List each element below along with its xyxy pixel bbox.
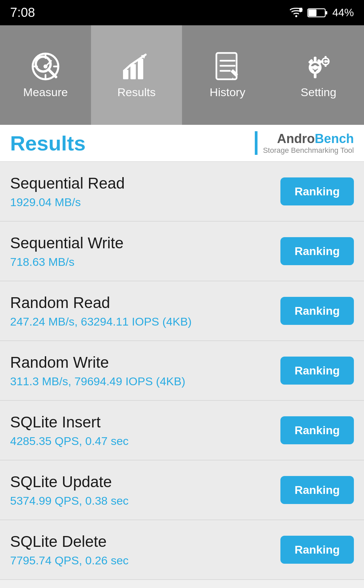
results-icon — [121, 51, 152, 82]
result-row: SQLite Delete7795.74 QPS, 0.26 secRankin… — [0, 520, 364, 580]
result-info: SQLite Update5374.99 QPS, 0.38 sec — [10, 473, 129, 507]
result-value: 1929.04 MB/s — [10, 196, 125, 209]
battery-percentage: 44% — [332, 6, 354, 19]
status-icons: 44% — [290, 6, 354, 19]
ranking-button[interactable]: Ranking — [280, 476, 354, 504]
setting-icon — [303, 51, 334, 82]
result-row: SQLite Update5374.99 QPS, 0.38 secRankin… — [0, 460, 364, 520]
result-value: 7795.74 QPS, 0.26 sec — [10, 554, 129, 567]
page-title: Results — [10, 131, 86, 155]
logo-wrapper: Andro Bench Storage Benchmarking Tool — [263, 132, 354, 155]
result-value: 247.24 MB/s, 63294.11 IOPS (4KB) — [10, 315, 192, 328]
svg-rect-37 — [325, 56, 327, 59]
result-row: Sequential Write718.63 MB/sRanking — [0, 222, 364, 281]
result-value: 4285.35 QPS, 0.47 sec — [10, 435, 129, 448]
result-row: SQLite Insert4285.35 QPS, 0.47 secRankin… — [0, 401, 364, 460]
tab-results-label: Results — [117, 86, 155, 99]
logo-container: Andro Bench Storage Benchmarking Tool — [255, 131, 354, 155]
svg-rect-1 — [299, 8, 302, 12]
result-name: Random Write — [10, 353, 185, 371]
svg-line-13 — [49, 69, 56, 77]
ranking-button[interactable]: Ranking — [280, 177, 354, 205]
result-value: 718.63 MB/s — [10, 255, 124, 269]
measure-icon — [30, 51, 61, 82]
result-info: Random Read247.24 MB/s, 63294.11 IOPS (4… — [10, 293, 192, 328]
result-info: SQLite Delete7795.74 QPS, 0.26 sec — [10, 532, 129, 567]
svg-rect-15 — [130, 64, 136, 79]
status-time: 7:08 — [10, 5, 35, 20]
svg-rect-39 — [321, 60, 324, 62]
result-name: SQLite Delete — [10, 532, 129, 551]
logo-name-row: Andro Bench — [277, 132, 354, 146]
tab-setting[interactable]: Setting — [273, 25, 364, 125]
result-row: Random Read247.24 MB/s, 63294.11 IOPS (4… — [0, 281, 364, 341]
result-name: Random Read — [10, 293, 192, 312]
result-value: 5374.99 QPS, 0.38 sec — [10, 494, 129, 507]
result-row: Sequential Read1929.04 MB/sRanking — [0, 162, 364, 222]
logo-andro-text: Andro — [277, 132, 315, 146]
battery-icon — [307, 7, 328, 18]
ranking-button[interactable]: Ranking — [280, 297, 354, 325]
tab-history-label: History — [210, 86, 245, 99]
tab-measure[interactable]: Measure — [0, 25, 91, 125]
result-info: Random Write311.3 MB/s, 79694.49 IOPS (4… — [10, 353, 185, 388]
svg-rect-30 — [317, 66, 322, 69]
result-name: SQLite Update — [10, 473, 129, 491]
results-list: Sequential Read1929.04 MB/sRankingSequen… — [0, 162, 364, 580]
tab-history[interactable]: History — [182, 25, 273, 125]
ranking-button[interactable]: Ranking — [280, 237, 354, 265]
svg-rect-38 — [325, 64, 327, 67]
tab-bar: Measure Results History — [0, 25, 364, 125]
logo-bar — [255, 131, 257, 155]
result-info: Sequential Read1929.04 MB/s — [10, 174, 125, 209]
svg-point-0 — [295, 15, 297, 17]
result-info: Sequential Write718.63 MB/s — [10, 234, 124, 269]
svg-rect-27 — [314, 57, 316, 61]
ranking-button[interactable]: Ranking — [280, 416, 354, 444]
tab-measure-label: Measure — [23, 86, 68, 99]
svg-rect-40 — [326, 60, 329, 62]
wifi-icon — [290, 8, 303, 18]
result-info: SQLite Insert4285.35 QPS, 0.47 sec — [10, 413, 129, 448]
result-row: Random Write311.3 MB/s, 79694.49 IOPS (4… — [0, 341, 364, 401]
ranking-button[interactable]: Ranking — [280, 357, 354, 385]
logo-sub-text: Storage Benchmarking Tool — [263, 146, 354, 155]
page-header: Results Andro Bench Storage Benchmarking… — [0, 125, 364, 162]
result-name: SQLite Insert — [10, 413, 129, 431]
history-icon — [212, 51, 243, 82]
svg-point-26 — [313, 65, 317, 70]
svg-rect-16 — [138, 59, 143, 79]
svg-rect-28 — [314, 74, 316, 78]
svg-rect-3 — [326, 11, 327, 15]
tab-results[interactable]: Results — [91, 25, 182, 125]
result-name: Sequential Read — [10, 174, 125, 192]
result-name: Sequential Write — [10, 234, 124, 252]
logo-bench-text: Bench — [315, 132, 354, 146]
tab-setting-label: Setting — [301, 86, 336, 99]
ranking-button[interactable]: Ranking — [280, 536, 354, 564]
result-value: 311.3 MB/s, 79694.49 IOPS (4KB) — [10, 375, 185, 388]
svg-rect-4 — [308, 9, 316, 16]
status-bar: 7:08 44% — [0, 0, 364, 25]
